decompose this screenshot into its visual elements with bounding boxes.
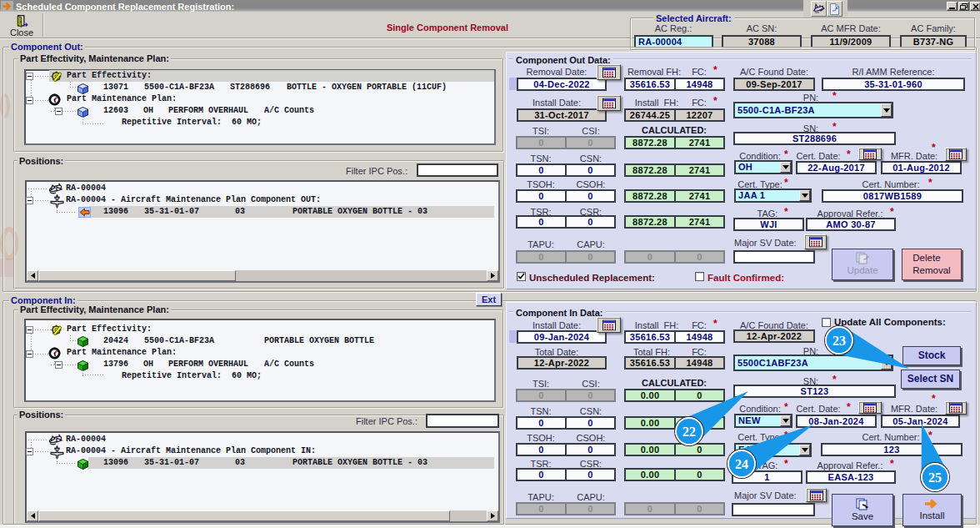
- svg-text:24: 24: [735, 457, 748, 471]
- svg-text:25: 25: [928, 470, 942, 485]
- svg-text:22: 22: [682, 425, 696, 439]
- svg-text:23: 23: [832, 334, 846, 348]
